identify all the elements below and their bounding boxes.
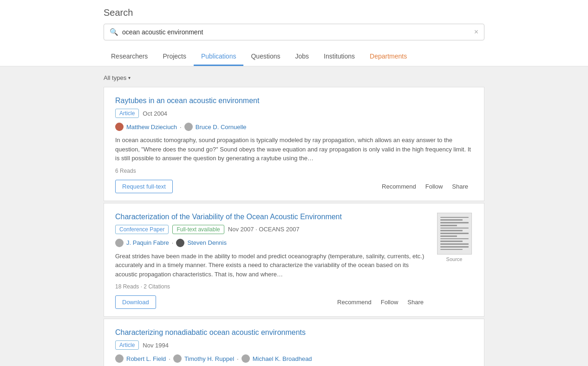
thumb-line [440,249,463,250]
table-row: Raytubes in an ocean acoustic environmen… [104,87,484,201]
thumb-line [440,243,469,245]
author-name[interactable]: Steven Dennis [187,239,227,246]
stats-row: 18 Reads · 2 Citations [115,283,428,290]
filter-label: All types [104,74,126,81]
follow-link[interactable]: Follow [376,296,403,308]
avatar [115,239,124,247]
thumb-source-label: Source [446,256,463,262]
avatar [176,239,184,247]
avatar [173,354,182,363]
search-header: Search 🔍 × Researchers Projects Publicat… [0,0,588,66]
result-content: Characterization of the Variability of t… [115,213,428,309]
type-badge: Article [115,109,139,118]
follow-link[interactable]: Follow [421,180,448,193]
result-abstract: Great strides have been made in the abil… [115,252,428,279]
author-name[interactable]: Bruce D. Cornuelle [196,124,247,131]
share-link[interactable]: Share [447,180,473,193]
result-with-thumb: Characterization of the Variability of t… [115,213,473,309]
thumb-line [440,225,457,226]
filter-row: All types ▾ [104,74,484,81]
filter-arrow-icon: ▾ [128,75,131,80]
search-title: Search [104,7,484,18]
date-badge: Oct 2004 [143,110,167,117]
actions-row: Download Recommend Follow Share [115,295,428,309]
filter-dropdown[interactable]: All types ▾ [104,74,131,81]
share-link[interactable]: Share [403,296,428,308]
tab-publications[interactable]: Publications [194,48,244,66]
clear-search-button[interactable]: × [474,28,478,36]
avatar [242,354,250,363]
result-abstract: In ocean acoustic tomography, sound prop… [115,136,473,163]
result-thumb: Source [436,213,473,309]
badges-row: Conference Paper Full-text available Nov… [115,225,428,234]
fulltext-badge: Full-text available [172,225,224,234]
avatar [115,123,124,131]
author-name[interactable]: J. Paquin Fabre [126,239,169,246]
thumb-line [440,217,469,218]
recommend-link[interactable]: Recommend [333,296,376,308]
tab-departments[interactable]: Departments [362,48,414,66]
avatar [115,354,124,363]
author-name[interactable]: Timothy H. Ruppel [184,355,234,362]
result-title[interactable]: Raytubes in an ocean acoustic environmen… [115,97,473,105]
authors-row: J. Paquin Fabre · Steven Dennis [115,239,428,247]
type-badge: Article [115,340,139,350]
type-badge: Conference Paper [115,225,169,234]
request-fulltext-button[interactable]: Request full-text [115,180,173,193]
authors-row: Robert L. Field · Timothy H. Ruppel · Mi… [115,354,473,363]
actions-row: Request full-text Recommend Follow Share [115,180,473,193]
tab-questions[interactable]: Questions [243,48,287,66]
stats-row: 6 Reads [115,168,473,174]
thumb-lines [438,213,471,254]
table-row: Characterizing nonadiabatic ocean acoust… [104,319,484,366]
recommend-link[interactable]: Recommend [377,180,421,193]
thumb-image[interactable] [437,213,472,255]
tab-jobs[interactable]: Jobs [288,48,317,66]
thumb-line [440,233,469,234]
search-header-inner: Search 🔍 × Researchers Projects Publicat… [94,7,494,66]
badges-row: Article Nov 1994 [115,340,473,350]
thumb-line [440,230,463,231]
thumb-line [440,222,469,223]
tab-researchers[interactable]: Researchers [104,48,155,66]
table-row: Characterization of the Variability of t… [104,203,484,317]
thumb-line [440,219,463,221]
result-title[interactable]: Characterization of the Variability of t… [115,213,428,221]
badges-row: Article Oct 2004 [115,109,473,118]
authors-row: Matthew Dzieciuch · Bruce D. Cornuelle [115,123,473,131]
tab-institutions[interactable]: Institutions [316,48,362,66]
thumb-line [440,246,469,248]
page-wrapper: Search 🔍 × Researchers Projects Publicat… [0,0,588,366]
thumb-line [440,235,457,237]
author-name[interactable]: Matthew Dzieciuch [126,124,177,131]
thumb-line [440,241,463,242]
thumb-line [440,228,469,229]
tab-projects[interactable]: Projects [155,48,194,66]
date-badge: Nov 2007 · OCEANS 2007 [228,226,300,233]
search-box: 🔍 × [104,24,484,40]
search-input[interactable] [122,28,474,36]
content-area: All types ▾ Raytubes in an ocean acousti… [94,66,494,366]
nav-tabs: Researchers Projects Publications Questi… [104,48,484,66]
author-name[interactable]: Michael K. Broadhead [253,355,312,362]
results-list: Raytubes in an ocean acoustic environmen… [104,87,484,366]
result-title[interactable]: Characterizing nonadiabatic ocean acoust… [115,328,473,337]
date-badge: Nov 1994 [143,342,169,349]
avatar [184,123,193,131]
thumb-line [440,238,469,240]
author-name[interactable]: Robert L. Field [126,355,166,362]
search-icon: 🔍 [110,28,118,36]
download-button[interactable]: Download [115,295,156,309]
